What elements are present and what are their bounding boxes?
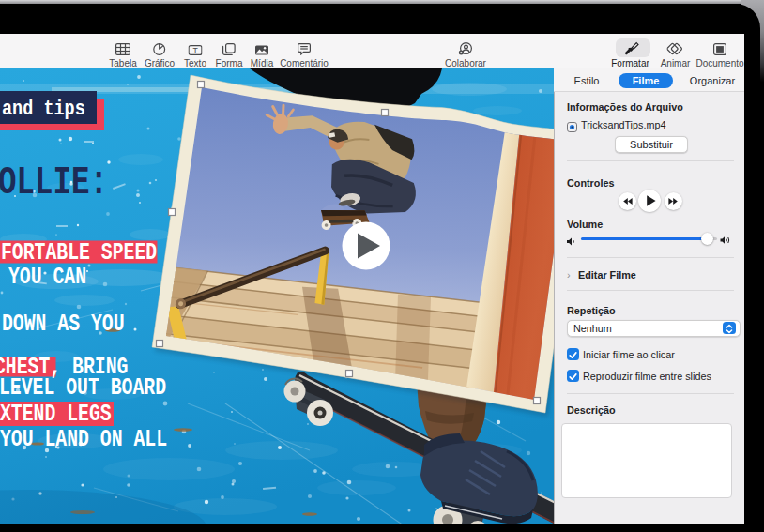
svg-text:XTEND LEGS: XTEND LEGS [0,401,112,428]
svg-text:LEVEL OUT BOARD: LEVEL OUT BOARD [0,374,166,402]
svg-text:DOWN AS YOU: DOWN AS YOU [2,310,125,337]
svg-text:YOU LAND ON ALL: YOU LAND ON ALL [0,425,167,452]
svg-text:and tips: and tips [2,97,85,120]
svg-text:FORTABLE SPEED: FORTABLE SPEED [1,238,157,266]
svg-text:T: T [192,46,198,55]
svg-text:OLLIE:: OLLIE: [0,160,108,205]
svg-text:YOU CAN: YOU CAN [8,264,86,291]
